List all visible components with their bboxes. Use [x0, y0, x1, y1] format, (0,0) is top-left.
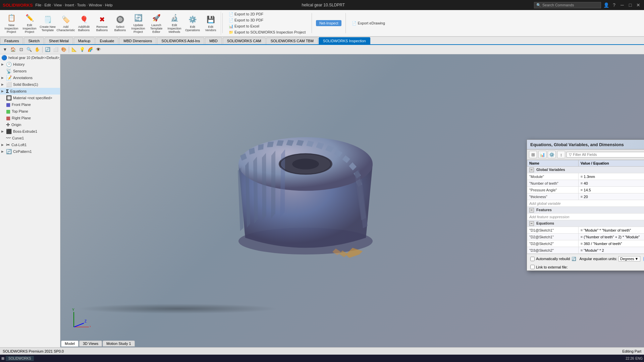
user-icon[interactable]: 👤 [603, 2, 609, 8]
create-new-template-button[interactable]: 🗒️ Create New Template [39, 12, 56, 35]
edit-inspection-methods-button[interactable]: 🔬 Edit Inspection Methods [166, 12, 183, 35]
tab-solidworks-cam[interactable]: SOLIDWORKS CAM [223, 37, 266, 44]
edit-vendors-button[interactable]: 💾 Edit Vendors [202, 12, 219, 35]
table-row[interactable]: "Pressure Angle" = 14.5 14.5 [527, 187, 644, 193]
sidebar-item-equations[interactable]: ▶ Σ Equations [0, 88, 60, 95]
equations-table: Name Value / Equation Evaluates to Comme… [527, 160, 644, 254]
sidebar-item-top-plane[interactable]: ▦ Top Plane [0, 108, 60, 115]
pan-icon[interactable]: ✋ [34, 46, 41, 53]
tab-mbd-dimensions[interactable]: MBD Dimensions [119, 37, 156, 44]
auto-rebuild-checkbox[interactable]: Automatically rebuild 🔄 [530, 257, 576, 261]
var-teeth-eq[interactable]: = 40 [578, 180, 644, 187]
export-eDrawing-button[interactable]: 📄 Export eDrawing [350, 20, 387, 26]
tab-evaluate[interactable]: Evaluate [95, 37, 118, 44]
link-external-input[interactable] [530, 265, 535, 269]
table-row[interactable]: "thickness" = 20 20 [527, 193, 644, 200]
export-swi-button[interactable]: 📁 Export to SOLIDWORKS Inspection Projec… [227, 29, 308, 35]
search-box[interactable]: 🔍 Search Commands [534, 2, 601, 8]
perspective-icon[interactable]: 📐 [70, 46, 78, 53]
sidebar-item-material[interactable]: 🔲 Material <not specified> [0, 95, 60, 101]
dialog-icon-1[interactable]: ⊞ [529, 151, 537, 158]
sidebar-item-curve1[interactable]: 〰 Curve1 [0, 135, 60, 141]
taskbar-solidworks[interactable]: SOLIDWORKS [6, 356, 34, 361]
sidebar-item-front-plane[interactable]: ▦ Front Plane [0, 101, 60, 108]
add-edit-balloons-button[interactable]: 🎈 Add/Edit Balloons [75, 12, 93, 35]
table-row[interactable]: "D3@Sketch2" = "Module" * 2 2.6mm [527, 247, 644, 254]
tab-model[interactable]: Model [61, 341, 78, 347]
var-thickness-eq[interactable]: = 20 [578, 193, 644, 200]
display-style-icon[interactable]: 🎨 [60, 46, 67, 53]
tab-cam-tbm[interactable]: SOLIDWORKS CAM TBM [266, 37, 318, 44]
table-row[interactable]: "Number of teeth" = 40 40 [527, 180, 644, 187]
features-collapse[interactable]: − [529, 208, 534, 213]
var-module-eq[interactable]: = 1.3mm [578, 173, 644, 180]
dialog-icon-4[interactable]: ↕ [557, 151, 565, 158]
export-excel-button[interactable]: 📊 Export to Excel [227, 23, 308, 29]
tab-3d-views[interactable]: 3D Views [79, 341, 102, 347]
edit-inspection-project-button[interactable]: ✏️ Edit Inspection Project [21, 12, 38, 35]
eq-d1sketch1-eq[interactable]: = "Module" * "Number of teeth" [578, 227, 644, 234]
eq-d3sketch2-eq[interactable]: = "Module" * 2 [578, 247, 644, 254]
new-inspection-project-button[interactable]: 📋 New Inspection Project [3, 12, 20, 35]
close-button[interactable]: ✕ [635, 2, 641, 8]
dialog-icon-3[interactable]: ⚙️ [548, 151, 556, 158]
add-characteristic-button[interactable]: 🏷️ Add Characteristic [57, 12, 74, 35]
appearances-icon[interactable]: 🌈 [87, 46, 94, 53]
table-row[interactable]: "D2@Sketch1" = ("Number of teeth" + 2) *… [527, 234, 644, 240]
tab-features[interactable]: Features [0, 37, 23, 44]
eq-d2sketch2-eq[interactable]: = 360 / "Number of teeth" [578, 240, 644, 247]
sidebar-item-history[interactable]: ▶ 🕐 History [0, 61, 60, 68]
global-vars-collapse[interactable]: − [529, 168, 534, 172]
add-feature-suppression-row[interactable]: Add feature suppression [527, 214, 644, 220]
export-2d-pdf-button[interactable]: 📄 Export to 2D PDF [227, 11, 308, 17]
update-inspection-button[interactable]: 🔄 Update Inspection Project [129, 12, 147, 35]
equations-collapse[interactable]: − [529, 221, 534, 226]
net-inspect-button[interactable]: Net-Inspect [316, 20, 341, 26]
zoom-area-icon[interactable]: 🔍 [25, 46, 33, 53]
add-global-variable-row[interactable]: Add global variable [527, 200, 644, 207]
zoom-fit-icon[interactable]: ⊡ [17, 46, 25, 53]
section-view-icon[interactable]: ⬜ [52, 46, 59, 53]
home-icon[interactable]: 🏠 [9, 46, 17, 53]
canvas-area[interactable]: X Y Z Model 3D Views Motion Study 1 Equa… [60, 54, 644, 347]
sidebar-item-origin[interactable]: ✛ Origin [0, 121, 60, 128]
sidebar-item-solid-bodies[interactable]: ▶ ⬜ Solid Bodies(1) [0, 81, 60, 88]
table-row[interactable]: "D1@Sketch1" = "Module" * "Number of tee… [527, 227, 644, 234]
tab-markup[interactable]: Markup [74, 37, 95, 44]
angular-units-select[interactable]: Degrees ▼ [619, 256, 640, 261]
hide-show-icon[interactable]: 👁️ [95, 46, 102, 53]
tab-sketch[interactable]: Sketch [24, 37, 44, 44]
tab-mbd[interactable]: MBD [205, 37, 222, 44]
sidebar-item-right-plane[interactable]: ▦ Right Plane [0, 115, 60, 121]
select-balloons-button[interactable]: 🔘 Select Balloons [111, 12, 129, 35]
taskbar-start[interactable]: ⊞ [1, 356, 4, 361]
sidebar-item-sensors[interactable]: 📡 Sensors [0, 68, 60, 74]
lighting-icon[interactable]: 💡 [78, 46, 86, 53]
filter-input[interactable] [573, 153, 644, 157]
tab-motion-study[interactable]: Motion Study 1 [103, 341, 135, 347]
tab-solidworks-addins[interactable]: SOLIDWORKS Add-Ins [157, 37, 204, 44]
eq-d2sketch1-eq[interactable]: = ("Number of teeth" + 2) * "Module" [578, 234, 644, 240]
rotate-view-icon[interactable]: 🔄 [44, 46, 51, 53]
link-external-checkbox[interactable]: Link to external file: [530, 265, 644, 269]
table-row[interactable]: "D2@Sketch2" = 360 / "Number of teeth" 9… [527, 240, 644, 247]
auto-rebuild-input[interactable] [530, 257, 535, 261]
help-icon[interactable]: ? [611, 2, 617, 8]
tab-solidworks-inspection[interactable]: SOLIDWORKS Inspection [319, 37, 370, 44]
launch-template-editor-button[interactable]: 🚀 Launch Template Editor [148, 12, 165, 35]
minimize-button[interactable]: ─ [619, 2, 625, 8]
dialog-icon-2[interactable]: 📊 [538, 151, 546, 158]
filter-icon[interactable]: ▼ [1, 46, 9, 53]
sidebar-item-cirpattern1[interactable]: ▶ 🔄 CirPattern1 [0, 148, 60, 155]
edit-operations-button[interactable]: ⚙️ Edit Operations [184, 12, 201, 35]
filter-box[interactable]: ▽ [567, 152, 644, 158]
tab-sheet-metal[interactable]: Sheet Metal [45, 37, 73, 44]
sidebar-item-cut-loft1[interactable]: ▶ ✂ Cut-Loft1 [0, 141, 60, 148]
table-row[interactable]: "Module" = 1.3mm 1.3mm [527, 173, 644, 180]
export-3d-pdf-button[interactable]: 📄 Export to 3D PDF [227, 17, 308, 23]
sidebar-item-boss-extrude1[interactable]: ▶ ⬛ Boss-Extrude1 [0, 128, 60, 135]
sidebar-item-annotations[interactable]: ▶ 📝 Annotations [0, 74, 60, 81]
var-pressure-eq[interactable]: = 14.5 [578, 187, 644, 193]
restore-button[interactable]: □ [627, 2, 633, 8]
remove-balloons-button[interactable]: ✖ Remove Balloons [93, 12, 111, 35]
